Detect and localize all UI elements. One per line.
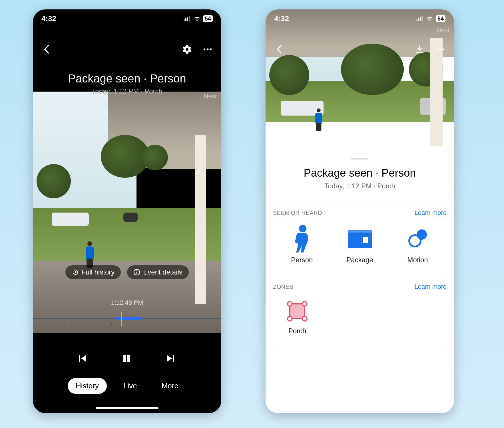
timeline[interactable]: 1:12:48 PM — [33, 299, 221, 328]
more-button[interactable] — [435, 44, 445, 54]
scene-illustration — [33, 92, 221, 333]
more-button[interactable] — [202, 44, 213, 54]
svg-point-25 — [417, 229, 427, 240]
svg-rect-3 — [189, 16, 190, 21]
event-title: Package seen · Person — [33, 72, 221, 85]
more-horizontal-icon — [436, 48, 445, 51]
zone-label: Porch — [273, 327, 322, 335]
tab-live[interactable]: Live — [115, 378, 145, 394]
package-icon — [348, 230, 372, 248]
event-details-pill[interactable]: Event details — [127, 265, 188, 279]
section-label: SEEN OR HEARD — [273, 210, 322, 216]
back-button[interactable] — [274, 44, 284, 54]
status-bar: 4:32 54 — [266, 9, 454, 28]
event-details-screen: Nest 4:32 54 Package seen · Person Today… — [266, 9, 454, 413]
scene-illustration — [266, 9, 454, 158]
tile-label: Package — [336, 256, 384, 264]
zone-icon — [286, 300, 309, 323]
svg-rect-15 — [418, 18, 419, 21]
full-history-pill[interactable]: Full history — [65, 265, 121, 279]
camera-history-screen: 4:32 54 Package seen · Person Today, 1:1… — [33, 9, 221, 413]
event-details-label: Event details — [143, 268, 182, 276]
section-zones: ZONES Learn more Porch — [273, 275, 447, 335]
status-time: 4:32 — [274, 14, 289, 23]
svg-rect-2 — [187, 17, 188, 21]
wifi-icon — [193, 16, 201, 21]
camera-feed[interactable]: Nest — [33, 92, 221, 333]
learn-more-link[interactable]: Learn more — [414, 209, 447, 217]
home-indicator[interactable] — [96, 407, 158, 409]
event-clip[interactable]: Nest — [266, 9, 454, 158]
timeline-timestamp: 1:12:48 PM — [33, 299, 221, 306]
timeline-cursor[interactable] — [121, 312, 122, 326]
svg-point-21 — [299, 225, 306, 232]
info-icon — [133, 269, 140, 276]
svg-point-4 — [204, 49, 206, 51]
playback-controls — [33, 353, 221, 365]
event-title: Package seen · Person — [273, 167, 447, 179]
svg-rect-27 — [290, 304, 305, 319]
tab-more[interactable]: More — [154, 378, 186, 394]
download-button[interactable] — [415, 44, 425, 54]
full-history-label: Full history — [81, 268, 115, 276]
pause-button[interactable] — [121, 353, 133, 365]
learn-more-link[interactable]: Learn more — [414, 283, 447, 290]
svg-rect-14 — [416, 19, 417, 21]
status-icons: 54 — [184, 15, 213, 22]
download-icon — [416, 45, 424, 54]
svg-rect-8 — [136, 272, 137, 274]
chevron-left-icon — [43, 45, 50, 54]
svg-point-29 — [302, 302, 307, 306]
more-horizontal-icon — [203, 48, 212, 51]
svg-point-20 — [443, 49, 445, 51]
svg-rect-11 — [123, 355, 126, 362]
person-icon — [292, 225, 312, 253]
settings-button[interactable] — [182, 44, 192, 54]
event-header: Package seen · Person Today, 1:12 PM · P… — [33, 72, 221, 95]
back-button[interactable] — [41, 44, 52, 54]
event-subtitle: Today, 1:12 PM · Porch — [273, 182, 447, 190]
skip-prev-button[interactable] — [78, 353, 89, 365]
cellular-icon — [416, 16, 424, 21]
section-label: ZONES — [273, 284, 293, 290]
status-bar: 4:32 54 — [33, 9, 221, 28]
skip-next-button[interactable] — [165, 353, 176, 365]
tile-person[interactable]: Person — [278, 225, 326, 264]
section-details-peek — [273, 346, 447, 354]
motion-icon — [406, 229, 429, 249]
cellular-icon — [184, 16, 191, 21]
svg-point-26 — [409, 235, 421, 247]
status-time: 4:32 — [41, 14, 56, 23]
svg-rect-16 — [420, 17, 421, 21]
status-icons: 54 — [416, 15, 445, 22]
svg-point-5 — [207, 49, 209, 51]
sheet-grabber[interactable] — [351, 158, 368, 160]
overlay-actions: Full history Event details — [33, 265, 221, 279]
skip-next-icon — [165, 353, 175, 364]
zone-porch[interactable]: Porch — [273, 298, 322, 335]
skip-prev-icon — [78, 353, 88, 364]
svg-rect-12 — [127, 355, 130, 362]
history-icon — [72, 269, 79, 276]
tile-motion[interactable]: Motion — [393, 225, 442, 264]
svg-point-6 — [210, 49, 212, 51]
tile-package[interactable]: Package — [336, 225, 384, 264]
svg-point-9 — [136, 270, 137, 271]
svg-point-18 — [436, 49, 438, 51]
svg-rect-0 — [184, 19, 185, 21]
svg-point-31 — [302, 316, 307, 321]
svg-rect-1 — [185, 18, 186, 21]
gear-icon — [183, 45, 191, 54]
svg-point-28 — [288, 302, 292, 306]
chevron-left-icon — [276, 45, 282, 54]
svg-rect-13 — [173, 355, 174, 362]
view-tabs: History Live More — [33, 378, 221, 394]
section-seen-or-heard: SEEN OR HEARD Learn more Person Package — [273, 201, 447, 264]
pause-icon — [121, 353, 132, 364]
nav-bar — [33, 41, 221, 58]
svg-rect-23 — [348, 230, 372, 233]
nav-bar — [266, 41, 454, 58]
battery-badge: 54 — [436, 15, 445, 22]
svg-rect-17 — [421, 16, 423, 21]
tab-history[interactable]: History — [68, 378, 107, 394]
